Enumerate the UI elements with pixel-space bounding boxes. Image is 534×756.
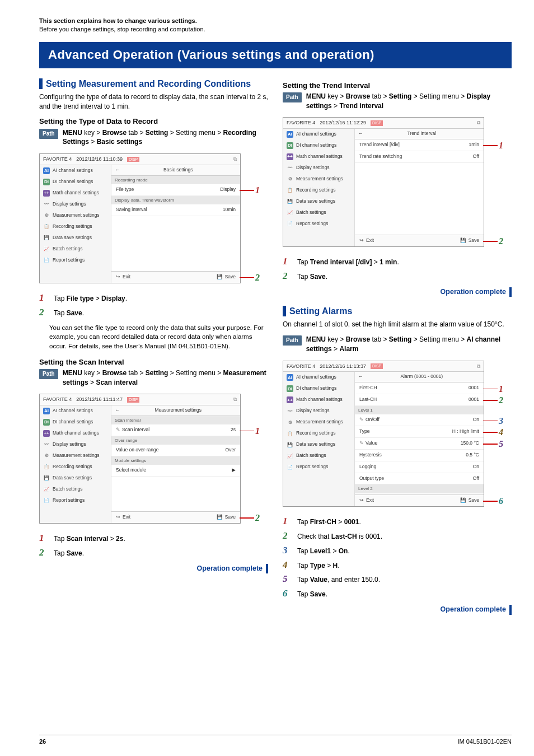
sidebar-item-label: Display settings xyxy=(53,441,86,448)
exit-button[interactable]: ↪Exit xyxy=(359,497,374,504)
callout-number: 1 xyxy=(255,425,260,437)
exit-icon: ↪ xyxy=(116,274,120,281)
sidebar-icon: 〰 xyxy=(287,165,293,171)
heading-trend-interval: Setting the Trend Interval xyxy=(283,81,512,91)
path-text: MENU key > Browse tab > Setting > Settin… xyxy=(63,368,268,388)
sidebar-item[interactable]: 💾 Data save settings xyxy=(283,439,354,450)
sidebar-item[interactable]: 📋 Recording settings xyxy=(40,221,111,232)
setting-row[interactable]: ✎Value 150.0 °C xyxy=(355,438,484,450)
exit-icon: ↪ xyxy=(359,497,364,504)
sidebar-item[interactable]: 💾 Data save settings xyxy=(40,473,111,484)
step-text: Tap Trend interval [/div] > 1 min. xyxy=(297,258,399,267)
sidebar-item-label: Measurement settings xyxy=(296,176,343,183)
save-button[interactable]: 💾Save xyxy=(217,274,236,281)
save-button[interactable]: 💾Save xyxy=(460,237,479,244)
step-text: Tap First-CH > 0001. xyxy=(297,517,361,527)
sidebar-item[interactable]: DI DI channel settings xyxy=(40,176,111,188)
sidebar-item-label: DI channel settings xyxy=(53,419,93,426)
sidebar-item[interactable]: ++ Math channel settings xyxy=(40,428,111,439)
sidebar-item[interactable]: 〰 Display settings xyxy=(283,162,354,174)
setting-row[interactable]: Last-CH 0001 xyxy=(355,394,484,406)
sidebar-item[interactable]: 📄 Report settings xyxy=(283,218,354,230)
sidebar-item[interactable]: 📋 Recording settings xyxy=(283,185,354,196)
sidebar-item[interactable]: ⚙ Measurement settings xyxy=(283,174,354,185)
setting-label: ✎Value xyxy=(359,440,377,447)
screenshot-alarm-settings: FAVORITE 4 2012/12/16 11:13:37 DISP ⧉ AI… xyxy=(283,361,484,507)
sidebar-item[interactable]: 📈 Batch settings xyxy=(283,207,354,218)
setting-value: Off xyxy=(473,475,479,482)
exit-button[interactable]: ↪Exit xyxy=(359,237,374,244)
setting-row[interactable]: File type Display xyxy=(111,184,240,196)
step-text: Tap Scan interval > 2s. xyxy=(54,534,125,544)
sidebar-item[interactable]: 📄 Report settings xyxy=(283,461,354,473)
sidebar-icon: AI xyxy=(287,131,293,138)
setting-value: 1min xyxy=(469,142,479,148)
callout-line xyxy=(483,400,498,401)
back-icon[interactable]: ← xyxy=(358,130,363,137)
sidebar-item[interactable]: ⚙ Measurement settings xyxy=(283,417,354,428)
sidebar-item[interactable]: AI AI channel settings xyxy=(283,129,354,140)
callout-number: 1 xyxy=(499,139,503,152)
callout-line xyxy=(483,432,498,433)
sidebar-item[interactable]: 📈 Batch settings xyxy=(40,484,111,495)
save-icon: 💾 xyxy=(217,274,223,281)
save-button[interactable]: 💾Save xyxy=(460,497,479,504)
setting-label: Trend rate switching xyxy=(359,153,402,160)
sidebar-item[interactable]: DI DI channel settings xyxy=(283,140,354,151)
save-button[interactable]: 💾Save xyxy=(217,514,236,521)
sidebar-item[interactable]: ⚙ Measurement settings xyxy=(40,210,111,221)
sidebar-item[interactable]: ++ Math channel settings xyxy=(283,151,354,162)
disp-badge: DISP xyxy=(371,120,383,126)
sidebar-item[interactable]: 📄 Report settings xyxy=(40,495,111,506)
setting-row[interactable]: Select module ▶ xyxy=(111,465,240,477)
setting-row[interactable]: Output type Off xyxy=(355,473,484,485)
sidebar-icon: 📋 xyxy=(43,223,50,230)
sidebar-item[interactable]: 💾 Data save settings xyxy=(40,232,111,244)
sidebar-item[interactable]: 〰 Display settings xyxy=(40,439,111,450)
sidebar-item[interactable]: 📈 Batch settings xyxy=(283,450,354,461)
step-text: Tap Save. xyxy=(297,590,327,599)
setting-row[interactable]: Logging On xyxy=(355,461,484,473)
screenshot-basic-settings: FAVORITE 4 2012/12/16 11:10:39 DISP ⧉ AI… xyxy=(39,153,241,283)
setting-row[interactable]: Trend rate switching Off xyxy=(355,151,484,163)
sidebar-item[interactable]: AI AI channel settings xyxy=(283,372,354,383)
sidebar-item[interactable]: ++ Math channel settings xyxy=(40,188,111,199)
back-icon[interactable]: ← xyxy=(115,167,120,174)
callout-line xyxy=(240,277,254,278)
sidebar-item-label: Measurement settings xyxy=(53,212,100,219)
sidebar-item[interactable]: 💾 Data save settings xyxy=(283,196,354,207)
setting-row[interactable]: First-CH 0001 xyxy=(355,382,484,394)
sidebar-item[interactable]: ++ Math channel settings xyxy=(283,394,354,405)
sidebar-item[interactable]: 📈 Batch settings xyxy=(40,244,111,255)
setting-row[interactable]: Hysteresis 0.5 °C xyxy=(355,450,484,461)
intro-sub: Before you change settings, stop recordi… xyxy=(39,25,512,34)
back-icon[interactable]: ← xyxy=(358,374,363,380)
setting-row[interactable]: ✎On/Off On xyxy=(355,414,484,426)
sidebar-item[interactable]: 〰 Display settings xyxy=(283,405,354,417)
setting-label: Type xyxy=(359,428,369,435)
back-icon[interactable]: ← xyxy=(115,407,120,414)
page-footer: 26 IM 04L51B01-02EN xyxy=(39,735,512,746)
sidebar-item[interactable]: 〰 Display settings xyxy=(40,199,111,210)
sidebar-item[interactable]: 📄 Report settings xyxy=(40,255,111,266)
setting-row[interactable]: Trend interval [/div] 1min xyxy=(355,139,484,151)
pencil-icon: ✎ xyxy=(359,440,364,446)
sidebar-item[interactable]: ⚙ Measurement settings xyxy=(40,450,111,461)
sidebar-item[interactable]: 📋 Recording settings xyxy=(283,428,354,439)
step-text: Tap Level1 > On. xyxy=(297,547,350,556)
sidebar-item[interactable]: AI AI channel settings xyxy=(40,405,111,417)
sidebar-item[interactable]: DI DI channel settings xyxy=(283,383,354,394)
setting-row[interactable]: Saving interval 10min xyxy=(111,204,240,216)
exit-button[interactable]: ↪Exit xyxy=(116,514,130,521)
sidebar-item[interactable]: DI DI channel settings xyxy=(40,417,111,428)
favorite-label: FAVORITE 4 xyxy=(43,156,72,163)
panel-title: Measurement settings xyxy=(120,407,237,414)
exit-button[interactable]: ↪Exit xyxy=(116,274,130,281)
setting-row[interactable]: ✎Scan interval 2s xyxy=(111,424,240,436)
setting-row[interactable]: Value on over-range Over xyxy=(111,445,240,456)
sidebar-item[interactable]: AI AI channel settings xyxy=(40,165,111,176)
setting-row[interactable]: Type H : High limit xyxy=(355,426,484,438)
step-text: Tap Value, and enter 150.0. xyxy=(297,575,380,585)
sidebar-item-label: Recording settings xyxy=(296,430,335,437)
sidebar-item[interactable]: 📋 Recording settings xyxy=(40,461,111,473)
